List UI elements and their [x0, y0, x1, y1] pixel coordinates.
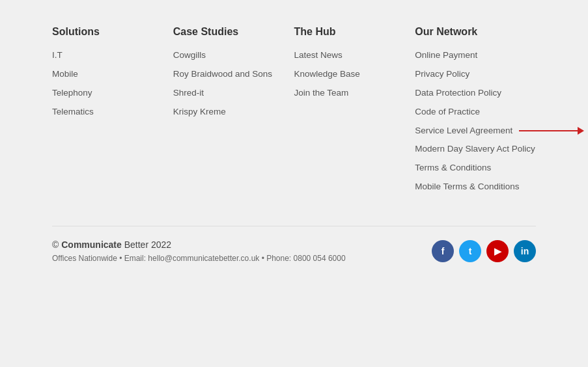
footer-col-the-hub: The HubLatest NewsKnowledge BaseJoin the… [294, 26, 415, 200]
list-item: Modern Day Slavery Act Policy [415, 143, 536, 156]
footer-link[interactable]: I.T [52, 50, 63, 60]
social-icon-twitter[interactable]: t [459, 240, 481, 262]
list-item: Service Level Agreement [415, 125, 536, 137]
list-item: Mobile [52, 68, 173, 81]
footer-link[interactable]: Modern Day Slavery Act Policy [415, 144, 535, 154]
list-item: Cowgills [173, 49, 294, 62]
footer-link[interactable]: Privacy Policy [415, 69, 469, 79]
footer-link[interactable]: Knowledge Base [294, 69, 360, 79]
footer-link[interactable]: Cowgills [173, 50, 206, 60]
list-item: Roy Braidwood and Sons [173, 68, 294, 81]
social-icon-youtube[interactable]: ▶ [486, 240, 509, 262]
footer-link[interactable]: Data Protection Policy [415, 88, 501, 98]
footer-contact: Offices Nationwide • Email: hello@commun… [52, 254, 346, 263]
red-arrow [519, 127, 584, 135]
footer-columns: SolutionsI.TMobileTelephonyTelematicsCas… [52, 26, 536, 200]
copyright-suffix: Better 2022 [122, 239, 171, 250]
footer-link[interactable]: Terms & Conditions [415, 163, 491, 172]
footer-link[interactable]: Mobile [52, 69, 78, 79]
list-item: Telephony [52, 87, 173, 100]
list-item: Knowledge Base [294, 68, 415, 81]
footer-col-solutions: SolutionsI.TMobileTelephonyTelematics [52, 26, 173, 200]
list-item: Telematics [52, 106, 173, 118]
list-item: Latest News [294, 49, 415, 62]
footer-link[interactable]: Online Payment [415, 50, 477, 60]
col-links-3: Online PaymentPrivacy PolicyData Protect… [415, 49, 536, 193]
footer-link[interactable]: Code of Practice [415, 107, 480, 116]
col-heading-3: Our Network [415, 26, 536, 38]
list-item: Shred-it [173, 87, 294, 100]
footer-col-case-studies: Case StudiesCowgillsRoy Braidwood and So… [173, 26, 294, 200]
footer-bottom: © Communicate Better 2022 Offices Nation… [52, 226, 536, 263]
list-item: Code of Practice [415, 106, 536, 118]
col-heading-0: Solutions [52, 26, 173, 38]
footer-bottom-left: © Communicate Better 2022 Offices Nation… [52, 239, 346, 263]
social-icons: ft▶in [432, 240, 536, 262]
social-icon-facebook[interactable]: f [432, 240, 454, 262]
footer-link[interactable]: Telematics [52, 107, 94, 116]
footer-link[interactable]: Telephony [52, 88, 92, 98]
list-item: Mobile Terms & Conditions [415, 181, 536, 193]
arrow-line [519, 130, 578, 131]
col-links-2: Latest NewsKnowledge BaseJoin the Team [294, 49, 415, 100]
list-item: Join the Team [294, 87, 415, 100]
copyright-brand: Communicate [61, 239, 122, 250]
col-links-0: I.TMobileTelephonyTelematics [52, 49, 173, 118]
footer-link[interactable]: Latest News [294, 50, 343, 60]
footer-link[interactable]: Join the Team [294, 88, 349, 98]
list-item: Krispy Kreme [173, 106, 294, 118]
copyright-prefix: © [52, 239, 61, 250]
footer-col-our-network: Our NetworkOnline PaymentPrivacy PolicyD… [415, 26, 536, 200]
footer-link[interactable]: Krispy Kreme [173, 107, 226, 116]
arrow-head [578, 127, 584, 135]
footer: SolutionsI.TMobileTelephonyTelematicsCas… [0, 0, 588, 282]
footer-link[interactable]: Mobile Terms & Conditions [415, 182, 519, 191]
list-item: I.T [52, 49, 173, 62]
footer-link[interactable]: Roy Braidwood and Sons [173, 69, 272, 79]
col-heading-2: The Hub [294, 26, 415, 38]
list-item: Privacy Policy [415, 68, 536, 81]
col-links-1: CowgillsRoy Braidwood and SonsShred-itKr… [173, 49, 294, 118]
footer-copyright: © Communicate Better 2022 [52, 239, 346, 250]
list-item: Terms & Conditions [415, 162, 536, 174]
col-heading-1: Case Studies [173, 26, 294, 38]
arrow-wrapper: Service Level Agreement [415, 125, 512, 137]
list-item: Online Payment [415, 49, 536, 62]
footer-link[interactable]: Service Level Agreement [415, 126, 512, 135]
social-icon-linkedin[interactable]: in [514, 240, 536, 262]
footer-link[interactable]: Shred-it [173, 88, 204, 98]
list-item: Data Protection Policy [415, 87, 536, 100]
